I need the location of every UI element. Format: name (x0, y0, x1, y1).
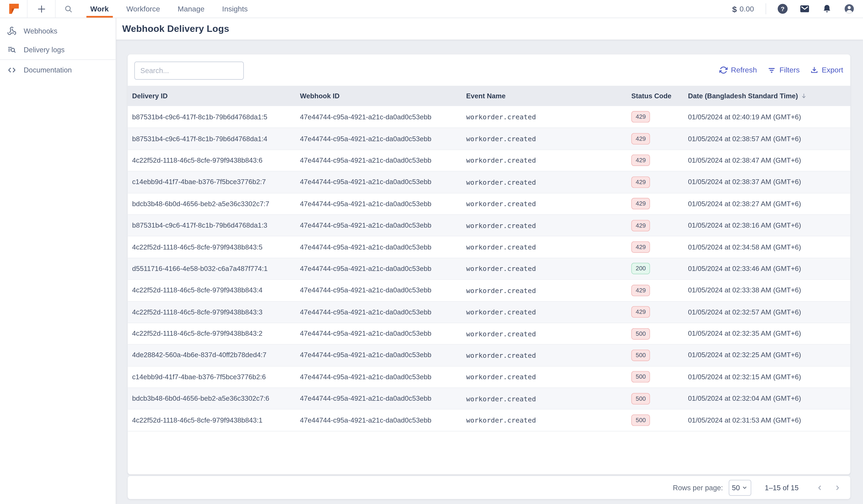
notifications-button[interactable] (822, 3, 832, 14)
status-badge: 500 (631, 393, 650, 404)
cell-status-code: 429 (627, 111, 684, 123)
cell-event-name: workorder.created (462, 329, 627, 338)
cell-delivery-id: 4c22f52d-1118-46c5-8cfe-979f9438b843:2 (128, 330, 296, 338)
sidebar-item-delivery-logs[interactable]: Delivery logs (0, 40, 115, 59)
sidebar-item-webhooks[interactable]: Webhooks (0, 22, 115, 40)
table-row[interactable]: bdcb3b48-6b0d-4656-beb2-a5e36c3302c7:7 4… (128, 193, 850, 214)
nav-tab-workforce[interactable]: Workforce (126, 0, 160, 17)
status-badge: 429 (631, 220, 650, 231)
filter-icon (767, 66, 776, 74)
nav-tab-manage[interactable]: Manage (178, 0, 204, 17)
cell-webhook-id: 47e44744-c95a-4921-a21c-da0ad0c53ebb (296, 265, 462, 273)
mail-button[interactable] (799, 3, 810, 14)
table-row[interactable]: b87531b4-c9c6-417f-8c1b-79b6d4768da1:5 4… (128, 106, 850, 128)
table-row[interactable]: 4c22f52d-1118-46c5-8cfe-979f9438b843:6 4… (128, 149, 850, 171)
mail-icon (799, 3, 810, 14)
column-header-webhook-id[interactable]: Webhook ID (296, 92, 462, 100)
question-icon: ? (781, 5, 785, 12)
table-row[interactable]: d5511716-4166-4e58-b032-c6a7a487f774:1 4… (128, 258, 850, 279)
table-row[interactable]: 4c22f52d-1118-46c5-8cfe-979f9438b843:4 4… (128, 279, 850, 301)
table-row[interactable]: bdcb3b48-6b0d-4656-beb2-a5e36c3302c7:6 4… (128, 388, 850, 409)
cell-status-code: 500 (627, 349, 684, 361)
cell-delivery-id: 4c22f52d-1118-46c5-8cfe-979f9438b843:1 (128, 416, 296, 424)
table-row[interactable]: b87531b4-c9c6-417f-8c1b-79b6d4768da1:4 4… (128, 128, 850, 149)
column-header-delivery-id[interactable]: Delivery ID (128, 92, 296, 100)
cell-webhook-id: 47e44744-c95a-4921-a21c-da0ad0c53ebb (296, 416, 462, 424)
global-search-button[interactable] (56, 0, 82, 17)
sidebar-item-documentation[interactable]: Documentation (0, 61, 115, 79)
cell-delivery-id: b87531b4-c9c6-417f-8c1b-79b6d4768da1:4 (128, 135, 296, 143)
sidebar: Webhooks Delivery logs Documentation (0, 18, 116, 504)
column-header-event-name[interactable]: Event Name (462, 92, 627, 100)
filters-button[interactable]: Filters (767, 66, 800, 74)
cell-event-name: workorder.created (462, 373, 627, 381)
chevron-left-icon (815, 483, 824, 492)
cell-status-code: 429 (627, 220, 684, 231)
download-icon (810, 66, 818, 74)
nav-tab-work[interactable]: Work (90, 0, 109, 17)
account-button[interactable] (844, 3, 855, 14)
cell-status-code: 429 (627, 285, 684, 296)
nav-tab-insights[interactable]: Insights (222, 0, 248, 17)
cell-event-name: workorder.created (462, 200, 627, 208)
table-header: Delivery ID Webhook ID Event Name Status… (128, 86, 850, 106)
cell-event-name: workorder.created (462, 308, 627, 316)
add-button[interactable] (27, 0, 56, 17)
cell-event-name: workorder.created (462, 178, 627, 186)
cell-delivery-id: c14ebb9d-41f7-4bae-b376-7f5bce3776b2:6 (128, 373, 296, 381)
cell-webhook-id: 47e44744-c95a-4921-a21c-da0ad0c53ebb (296, 373, 462, 381)
cell-event-name: workorder.created (462, 221, 627, 230)
column-header-status-code[interactable]: Status Code (627, 92, 684, 100)
table-row[interactable]: b87531b4-c9c6-417f-8c1b-79b6d4768da1:3 4… (128, 214, 850, 236)
main-nav: Work Workforce Manage Insights (90, 0, 248, 17)
table-row[interactable]: 4c22f52d-1118-46c5-8cfe-979f9438b843:5 4… (128, 236, 850, 258)
sidebar-item-label: Documentation (24, 66, 72, 74)
rows-per-page-label: Rows per page: (673, 483, 723, 492)
cell-delivery-id: 4c22f52d-1118-46c5-8cfe-979f9438b843:6 (128, 157, 296, 164)
status-badge: 429 (631, 285, 650, 296)
cell-event-name: workorder.created (462, 395, 627, 403)
table-row[interactable]: 4c22f52d-1118-46c5-8cfe-979f9438b843:1 4… (128, 409, 850, 431)
status-badge: 429 (631, 306, 650, 318)
balance-amount: 0.00 (740, 4, 754, 13)
cell-webhook-id: 47e44744-c95a-4921-a21c-da0ad0c53ebb (296, 113, 462, 121)
cell-delivery-id: 4c22f52d-1118-46c5-8cfe-979f9438b843:5 (128, 243, 296, 251)
cell-status-code: 429 (627, 177, 684, 188)
cell-delivery-id: c14ebb9d-41f7-4bae-b376-7f5bce3776b2:7 (128, 178, 296, 186)
prev-page-button[interactable] (813, 481, 826, 494)
cell-event-name: workorder.created (462, 243, 627, 251)
export-button[interactable]: Export (810, 66, 843, 74)
status-badge: 429 (631, 133, 650, 144)
cell-event-name: workorder.created (462, 265, 627, 273)
table-row[interactable]: 4c22f52d-1118-46c5-8cfe-979f9438b843:2 4… (128, 323, 850, 344)
cell-date: 01/05/2024 at 02:38:57 AM (GMT+6) (684, 135, 850, 143)
cell-status-code: 429 (627, 155, 684, 166)
table-row[interactable]: 4c22f52d-1118-46c5-8cfe-979f9438b843:3 4… (128, 301, 850, 323)
table-toolbar: Refresh Filters Export (128, 54, 850, 86)
cell-status-code: 429 (627, 133, 684, 144)
rows-per-page-select[interactable]: 50 (728, 480, 751, 496)
cell-date: 01/05/2024 at 02:33:46 AM (GMT+6) (684, 265, 850, 273)
table-row[interactable]: c14ebb9d-41f7-4bae-b376-7f5bce3776b2:7 4… (128, 171, 850, 193)
cell-delivery-id: 4c22f52d-1118-46c5-8cfe-979f9438b843:3 (128, 308, 296, 316)
column-header-date[interactable]: Date (Bangladesh Standard Time) (684, 92, 850, 100)
sidebar-item-label: Webhooks (24, 27, 58, 35)
help-button[interactable]: ? (778, 4, 788, 14)
table-row[interactable]: 4de28842-560a-4b6e-837d-40ff2b78ded4:7 4… (128, 344, 850, 366)
refresh-button[interactable]: Refresh (720, 66, 757, 74)
cell-date: 01/05/2024 at 02:32:57 AM (GMT+6) (684, 308, 850, 316)
cell-date: 01/05/2024 at 02:32:15 AM (GMT+6) (684, 373, 850, 381)
cell-delivery-id: b87531b4-c9c6-417f-8c1b-79b6d4768da1:5 (128, 113, 296, 121)
app-window: Work Workforce Manage Insights $ 0.00 ? (0, 0, 863, 504)
table-body: b87531b4-c9c6-417f-8c1b-79b6d4768da1:5 4… (128, 106, 850, 431)
cell-webhook-id: 47e44744-c95a-4921-a21c-da0ad0c53ebb (296, 135, 462, 143)
cell-status-code: 200 (627, 263, 684, 274)
next-page-button[interactable] (830, 481, 843, 494)
cell-event-name: workorder.created (462, 351, 627, 360)
balance-button[interactable]: $ 0.00 (732, 4, 754, 14)
app-logo[interactable] (0, 0, 27, 17)
page-title: Webhook Delivery Logs (122, 23, 229, 34)
status-badge: 500 (631, 349, 650, 361)
search-input[interactable] (134, 62, 244, 80)
table-row[interactable]: c14ebb9d-41f7-4bae-b376-7f5bce3776b2:6 4… (128, 366, 850, 388)
